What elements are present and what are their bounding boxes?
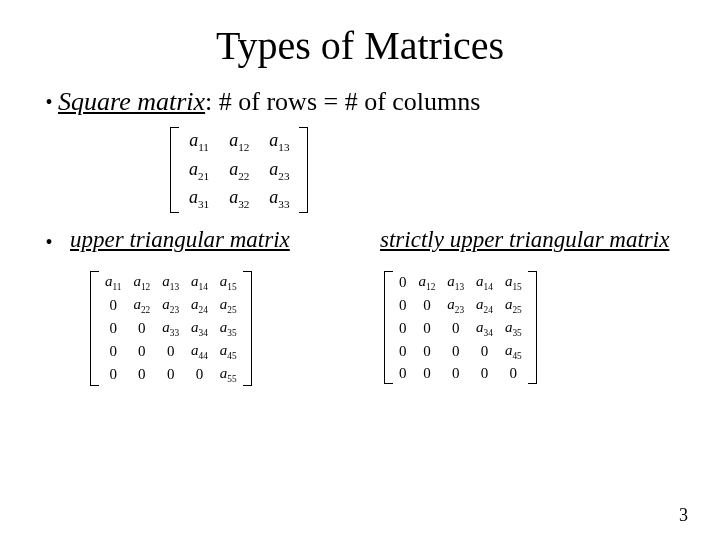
subtype-labels-row: • upper triangular matrix strictly upper… xyxy=(40,227,680,257)
matrix-entry: a12 xyxy=(419,273,436,289)
matrix-cell: a44 xyxy=(185,340,214,363)
strictly-upper-triangular-label: strictly upper triangular matrix xyxy=(380,227,669,252)
bracket-left-icon xyxy=(90,271,99,386)
matrix-row: 000a34a35 xyxy=(393,317,528,340)
matrix-entry: a23 xyxy=(162,296,179,312)
strict-matrix-cell: 0a12a13a14a1500a23a24a25000a34a350000a45… xyxy=(380,271,680,388)
matrix-entry: a33 xyxy=(162,319,179,335)
matrix-cell: 0 xyxy=(156,363,185,386)
matrix-entry: a35 xyxy=(505,319,522,335)
bullet-dot-icon: • xyxy=(40,87,58,117)
slide-title: Types of Matrices xyxy=(40,22,680,69)
bullet-square-matrix: • Square matrix: # of rows = # of column… xyxy=(40,87,680,117)
matrix-cell: a12 xyxy=(127,271,156,294)
matrix-cell: a45 xyxy=(499,340,528,363)
bracket-left-icon xyxy=(170,127,179,213)
matrix-entry: a13 xyxy=(269,130,289,150)
matrix-cell: a14 xyxy=(470,271,499,294)
upper-triangular-matrix: a11a12a13a14a150a22a23a24a2500a33a34a350… xyxy=(90,271,252,386)
upper-matrix-body: a11a12a13a14a150a22a23a24a2500a33a34a350… xyxy=(99,271,243,386)
matrix-cell: a12 xyxy=(219,127,259,156)
matrix-cell: 0 xyxy=(413,340,442,363)
matrix-cell: a55 xyxy=(214,363,243,386)
upper-matrix-cell: a11a12a13a14a150a22a23a24a2500a33a34a350… xyxy=(40,271,380,390)
matrix-entry: a21 xyxy=(189,159,209,179)
matrix-entry: a45 xyxy=(220,342,237,358)
matrix-entry: a14 xyxy=(191,273,208,289)
matrix-cell: 0 xyxy=(413,363,442,384)
matrix-cell: a24 xyxy=(470,294,499,317)
matrix-entry: a34 xyxy=(476,319,493,335)
strictly-upper-matrix: 0a12a13a14a1500a23a24a25000a34a350000a45… xyxy=(384,271,537,384)
matrix-row: 0a22a23a24a25 xyxy=(99,294,243,317)
matrix-entry: a33 xyxy=(269,187,289,207)
matrix-row: a31a32a33 xyxy=(179,184,299,213)
matrix-3x3: a11a12a13a21a22a23a31a32a33 xyxy=(170,127,308,213)
matrix-cell: a33 xyxy=(156,317,185,340)
matrix-entry: a11 xyxy=(105,273,121,289)
strict-matrix-body: 0a12a13a14a1500a23a24a25000a34a350000a45… xyxy=(393,271,528,384)
matrix-cell: 0 xyxy=(127,363,156,386)
matrix-cell: 0 xyxy=(99,294,127,317)
matrix-cell: 0 xyxy=(393,317,413,340)
square-matrix-figure: a11a12a13a21a22a23a31a32a33 xyxy=(170,127,680,217)
matrix-cell: 0 xyxy=(470,363,499,384)
matrix-cell: 0 xyxy=(499,363,528,384)
matrix-entry: a45 xyxy=(505,342,522,358)
matrix-cell: a13 xyxy=(259,127,299,156)
matrix-cell: 0 xyxy=(413,294,442,317)
subtype-matrices-row: a11a12a13a14a150a22a23a24a2500a33a34a350… xyxy=(40,271,680,390)
matrix-entry: a31 xyxy=(189,187,209,207)
matrix-cell: a23 xyxy=(156,294,185,317)
bracket-right-icon xyxy=(528,271,537,384)
matrix-cell: 0 xyxy=(185,363,214,386)
matrix-entry: a14 xyxy=(476,273,493,289)
bullet-dot-icon: • xyxy=(40,227,58,257)
upper-label-cell: • upper triangular matrix xyxy=(40,227,380,257)
matrix-cell: a22 xyxy=(127,294,156,317)
matrix-entry: a22 xyxy=(229,159,249,179)
bullet-text: Square matrix: # of rows = # of columns xyxy=(58,87,680,117)
matrix-entry: a13 xyxy=(447,273,464,289)
matrix-entry: a24 xyxy=(476,296,493,312)
matrix-cell: 0 xyxy=(441,363,470,384)
matrix-entry: a34 xyxy=(191,319,208,335)
bullet-rest: : # of rows = # of columns xyxy=(205,87,480,116)
matrix-entry: a24 xyxy=(191,296,208,312)
matrix-cell: a24 xyxy=(185,294,214,317)
matrix-entry: a25 xyxy=(505,296,522,312)
matrix-cell: a35 xyxy=(499,317,528,340)
matrix-entry: a12 xyxy=(229,130,249,150)
upper-triangular-label: upper triangular matrix xyxy=(70,227,290,253)
matrix-cell: 0 xyxy=(393,294,413,317)
matrix-entry: a23 xyxy=(447,296,464,312)
matrix-entry: a15 xyxy=(505,273,522,289)
matrix-entry: a15 xyxy=(220,273,237,289)
matrix-entry: a23 xyxy=(269,159,289,179)
matrix-row: 00a33a34a35 xyxy=(99,317,243,340)
matrix-row: a11a12a13a14a15 xyxy=(99,271,243,294)
matrix-cell: 0 xyxy=(441,340,470,363)
matrix-3x3-body: a11a12a13a21a22a23a31a32a33 xyxy=(179,127,299,213)
bracket-right-icon xyxy=(243,271,252,386)
matrix-cell: a23 xyxy=(259,156,299,185)
matrix-entry: a32 xyxy=(229,187,249,207)
matrix-cell: a13 xyxy=(441,271,470,294)
matrix-cell: a21 xyxy=(179,156,219,185)
bracket-right-icon xyxy=(299,127,308,213)
matrix-entry: a35 xyxy=(220,319,237,335)
matrix-cell: 0 xyxy=(413,317,442,340)
matrix-cell: a35 xyxy=(214,317,243,340)
term-square-matrix: Square matrix xyxy=(58,87,205,116)
matrix-entry: a44 xyxy=(191,342,208,358)
matrix-cell: a34 xyxy=(185,317,214,340)
matrix-cell: a33 xyxy=(259,184,299,213)
matrix-row: a11a12a13 xyxy=(179,127,299,156)
matrix-cell: a31 xyxy=(179,184,219,213)
matrix-entry: a11 xyxy=(189,130,209,150)
matrix-cell: a32 xyxy=(219,184,259,213)
matrix-row: 0000a55 xyxy=(99,363,243,386)
strict-label-cell: strictly upper triangular matrix xyxy=(380,227,680,253)
matrix-row: 0000a45 xyxy=(393,340,528,363)
matrix-row: a21a22a23 xyxy=(179,156,299,185)
